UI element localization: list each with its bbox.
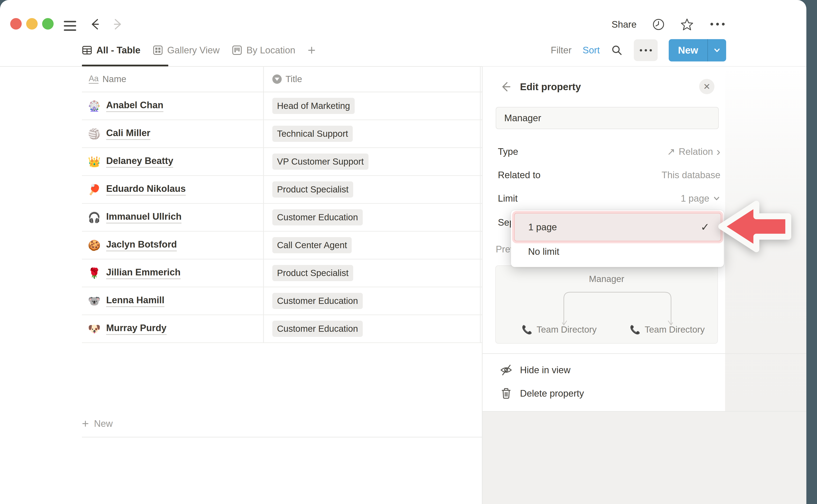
table-row[interactable]: 🏐 Cali Miller Technical Support [82, 120, 482, 148]
sort-button[interactable]: Sort [583, 45, 600, 56]
row-name-cell[interactable]: 🏓 Eduardo Nikolaus [88, 176, 186, 203]
preview-child-1: 📞 Team Directory [522, 325, 597, 335]
row-title-cell[interactable]: Customer Education [272, 315, 363, 342]
row-title-tag: Customer Education [272, 293, 363, 309]
check-icon: ✓ [701, 221, 710, 233]
view-options-button[interactable] [634, 39, 658, 61]
row-page-emoji-icon: 🎧 [88, 211, 101, 224]
board-view-icon [232, 45, 242, 55]
row-page-emoji-icon: 🌹 [88, 267, 101, 279]
row-title-cell[interactable]: Product Specialist [272, 176, 353, 203]
row-name-cell[interactable]: 🍪 Jaclyn Botsford [88, 232, 177, 259]
property-value: 1 page [681, 193, 709, 204]
row-name-cell[interactable]: 🎧 Immanuel Ullrich [88, 204, 181, 231]
new-row-button[interactable]: + New [82, 410, 482, 437]
property-name-input[interactable]: Manager [496, 107, 719, 129]
row-divider [82, 437, 482, 437]
column-label: Title [285, 74, 302, 84]
panel-divider [483, 353, 806, 354]
new-button[interactable]: New [669, 39, 726, 61]
row-name-cell[interactable]: 👑 Delaney Beatty [88, 148, 173, 175]
row-name-cell[interactable]: 🏐 Cali Miller [88, 120, 150, 147]
row-page-emoji-icon: 🐶 [88, 323, 101, 335]
sidebar-menu-icon[interactable] [64, 18, 76, 34]
row-title-cell[interactable]: Technical Support [272, 120, 353, 147]
row-name-cell[interactable]: 🌹 Jillian Emmerich [88, 259, 181, 287]
row-title-cell[interactable]: Customer Education [272, 204, 363, 231]
table-row[interactable]: 🏓 Eduardo Nikolaus Product Specialist [82, 176, 482, 204]
relation-branch-graphic [562, 290, 673, 326]
add-view-button[interactable]: + [308, 42, 315, 58]
property-row-type[interactable]: Type ↗ Relation › [498, 140, 720, 163]
column-header-title[interactable]: Title [272, 67, 302, 92]
table-row[interactable]: 🍪 Jaclyn Botsford Call Center Agent [82, 232, 482, 259]
panel-close-button[interactable]: ✕ [699, 79, 714, 94]
new-row-label: New [94, 418, 113, 429]
preview-child-label: Team Directory [645, 325, 705, 335]
row-page-emoji-icon: 🎡 [88, 100, 101, 112]
plus-icon: + [308, 42, 315, 58]
more-options-icon[interactable] [709, 23, 726, 26]
row-title-cell[interactable]: Customer Education [272, 287, 363, 315]
phone-emoji-icon: 📞 [522, 325, 532, 335]
annotation-arrow-icon [715, 195, 800, 259]
filter-button[interactable]: Filter [551, 45, 572, 56]
row-title-cell[interactable]: Call Center Agent [272, 232, 352, 259]
share-button[interactable]: Share [612, 19, 637, 30]
row-title-tag: Product Specialist [272, 265, 353, 281]
row-name-cell[interactable]: 🎡 Anabel Chan [88, 92, 163, 120]
row-title-tag: VP Customer Support [272, 154, 368, 170]
row-name: Immanuel Ullrich [106, 211, 182, 224]
row-title-cell[interactable]: Product Specialist [272, 259, 353, 287]
back-button[interactable] [89, 18, 102, 31]
row-title-cell[interactable]: VP Customer Support [272, 148, 368, 175]
tab-label: Gallery View [167, 45, 219, 56]
row-title-tag: Product Specialist [272, 181, 353, 198]
search-icon[interactable] [611, 44, 623, 56]
row-name-cell[interactable]: 🐨 Lenna Hamill [88, 287, 164, 315]
preview-child-label: Team Directory [537, 325, 597, 335]
table-row[interactable]: 🌹 Jillian Emmerich Product Specialist [82, 259, 482, 287]
forward-button[interactable] [111, 18, 123, 31]
property-row-related-to[interactable]: Related to This database [498, 163, 720, 187]
panel-title: Edit property [520, 81, 581, 93]
dropdown-option-1-page[interactable]: 1 page ✓ [514, 213, 721, 241]
tab-gallery-view[interactable]: Gallery View [153, 45, 219, 56]
titlebar: Share [0, 0, 806, 34]
action-label: Delete property [520, 388, 584, 399]
delete-property-button[interactable]: Delete property [500, 387, 584, 400]
new-dropdown-chevron-icon[interactable] [708, 39, 726, 61]
property-value: This database [662, 170, 720, 180]
table-row[interactable]: 🐨 Lenna Hamill Customer Education [82, 287, 482, 315]
plus-icon: + [82, 417, 89, 430]
tab-by-location[interactable]: By Location [232, 45, 295, 56]
updates-clock-icon[interactable] [652, 18, 665, 31]
table-row[interactable]: 👑 Delaney Beatty VP Customer Support [82, 148, 482, 176]
zoom-window-button[interactable] [42, 18, 54, 30]
dropdown-option-no-limit[interactable]: No limit [528, 245, 559, 258]
row-name-cell[interactable]: 🐶 Murray Purdy [88, 315, 167, 342]
close-window-button[interactable] [10, 18, 22, 30]
text-type-icon: Aa [89, 74, 98, 84]
trash-icon [500, 387, 512, 400]
table-row[interactable]: 🎧 Immanuel Ullrich Customer Education [82, 204, 482, 232]
option-label: No limit [528, 246, 559, 257]
row-page-emoji-icon: 🏐 [88, 128, 101, 140]
active-tab-underline [82, 65, 168, 66]
preview-root-label: Manager [496, 274, 717, 284]
table-row[interactable]: 🐶 Murray Purdy Customer Education [82, 315, 482, 343]
row-title-cell[interactable]: Head of Marketing [272, 92, 355, 120]
panel-back-button[interactable] [500, 81, 512, 93]
hide-in-view-button[interactable]: Hide in view [500, 364, 571, 376]
chevron-right-icon: › [716, 147, 720, 156]
tab-all-table[interactable]: All - Table [82, 45, 140, 56]
row-name: Cali Miller [106, 128, 150, 140]
select-property-icon [272, 74, 282, 84]
table-row[interactable]: 🎡 Anabel Chan Head of Marketing [82, 92, 482, 120]
favorite-star-icon[interactable] [680, 18, 694, 31]
property-name-value: Manager [504, 113, 541, 123]
minimize-window-button[interactable] [26, 18, 38, 30]
column-header-name[interactable]: Aa Name [89, 67, 126, 92]
edit-property-panel: Edit property ✕ Manager Type ↗ Relation … [482, 67, 806, 504]
property-row-limit[interactable]: Limit 1 page [498, 187, 720, 210]
